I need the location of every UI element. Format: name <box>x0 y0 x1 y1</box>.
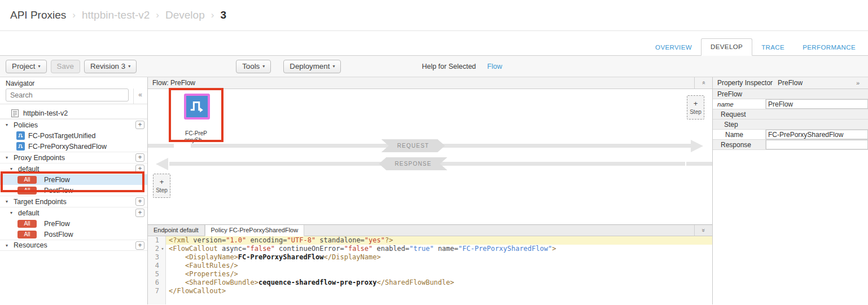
caret-down-icon: ▾ <box>6 199 10 204</box>
breadcrumb-develop[interactable]: Develop <box>165 9 205 21</box>
step-name-value-field[interactable]: FC-PrePorxySharedFlow <box>766 130 868 139</box>
add-step-button-request[interactable]: + Step <box>687 95 704 120</box>
tree-item-proxy-default[interactable]: ▾ default + <box>0 163 147 174</box>
flow-node-label: FC-PreP orxySh ... <box>169 130 223 144</box>
request-arrowhead-icon <box>691 140 703 152</box>
all-badge: All <box>17 187 37 195</box>
tree-item-bundle[interactable]: httpbin-test-v2 <box>0 108 147 119</box>
tools-menu-button[interactable]: Tools ▾ <box>236 60 271 73</box>
help-flow-link[interactable]: Flow <box>487 63 502 70</box>
tab-trace[interactable]: TRACE <box>752 39 794 56</box>
code-line[interactable]: 7</FlowCallout> <box>148 287 712 295</box>
code-line[interactable]: 3 <DisplayName>FC-PrePorxySharedFlow</Di… <box>148 253 712 262</box>
search-input[interactable] <box>6 89 129 101</box>
breadcrumb: API Proxies › httpbin-test-v2 › Develop … <box>0 0 868 31</box>
code-fold-icon[interactable]: ▾ <box>159 245 166 253</box>
step-label: Step <box>690 109 702 115</box>
add-resource-button[interactable]: + <box>135 241 144 250</box>
proxy-endpoints-label: Proxy Endpoints <box>14 154 65 162</box>
tab-overview[interactable]: OVERVIEW <box>646 39 701 56</box>
navigator-search-row: « <box>0 89 147 104</box>
sidebar-collapse-icon[interactable]: « <box>133 89 147 104</box>
caret-down-icon: ▾ <box>38 64 40 69</box>
caret-down-icon: ▾ <box>6 155 10 160</box>
revision-menu-button[interactable]: Revision 3 ▾ <box>84 60 137 73</box>
property-inspector-header: Property Inspector PreFlow » <box>713 77 868 89</box>
breadcrumb-revision: 3 <box>220 9 226 21</box>
property-inspector-collapse-icon[interactable]: » <box>849 77 867 89</box>
response-value-field[interactable] <box>766 140 868 149</box>
breadcrumb-proxy-name[interactable]: httpbin-test-v2 <box>82 9 150 21</box>
tree-item-proxy-postflow[interactable]: All PostFlow <box>0 185 147 196</box>
tree-item-policy[interactable]: FC-PostTargetUnified <box>0 130 147 141</box>
code-fold-spacer <box>159 262 166 270</box>
name-value-field[interactable]: PreFlow <box>766 99 868 109</box>
flow-collapse-icon[interactable]: » <box>694 77 712 89</box>
tab-performance[interactable]: PERFORMANCE <box>794 39 865 56</box>
code-tab-policy[interactable]: Policy FC-PrePorxySharedFlow <box>205 225 305 236</box>
request-section-label: Request <box>713 110 746 118</box>
request-badge: REQUEST <box>382 139 445 152</box>
code-fold-spacer <box>159 253 166 262</box>
tree-item-policy[interactable]: FC-PrePorxySharedFlow <box>0 141 147 152</box>
tree-section-policies[interactable]: ▾ Policies + <box>0 119 147 130</box>
add-proxy-endpoint-button[interactable]: + <box>135 153 144 162</box>
tab-develop[interactable]: DEVELOP <box>701 38 752 56</box>
add-target-endpoint-button[interactable]: + <box>135 197 144 206</box>
request-flow-line-stub <box>148 144 174 148</box>
code-tab-bar: Endpoint default Policy FC-PrePorxyShare… <box>148 225 712 236</box>
save-button[interactable]: Save <box>51 60 80 73</box>
code-expand-icon[interactable]: » <box>694 225 712 236</box>
caret-down-icon: ▾ <box>332 64 335 69</box>
add-flow-button[interactable]: + <box>135 209 144 217</box>
flow-callout-policy-icon <box>16 142 25 151</box>
code-line[interactable]: 2▾<FlowCallout async="false" continueOnE… <box>148 245 712 253</box>
breadcrumb-separator-icon: › <box>205 10 221 21</box>
postflow-label: PostFlow <box>44 187 73 195</box>
name-key-label: name <box>713 99 766 109</box>
tree-item-target-postflow[interactable]: All PostFlow <box>0 229 147 240</box>
help-for-selected-label: Help for Selected <box>422 63 476 70</box>
code-body[interactable]: 1<?xml version="1.0" encoding="UTF-8" st… <box>148 236 712 304</box>
property-row-step-name: Name FC-PrePorxySharedFlow <box>713 130 868 140</box>
tree-item-proxy-preflow[interactable]: All PreFlow <box>0 174 147 185</box>
code-line[interactable]: 4 <FaultRules/> <box>148 262 712 270</box>
add-flow-button[interactable]: + <box>135 165 144 173</box>
response-badge: RESPONSE <box>379 157 447 170</box>
postflow-label: PostFlow <box>44 231 73 238</box>
tree-section-proxy-endpoints[interactable]: ▾ Proxy Endpoints + <box>0 152 147 163</box>
add-step-button-response[interactable]: + Step <box>153 174 170 198</box>
deployment-menu-button[interactable]: Deployment ▾ <box>283 60 341 73</box>
code-fold-spacer <box>159 279 166 287</box>
breadcrumb-api-proxies[interactable]: API Proxies <box>10 9 66 21</box>
property-section-request: Request <box>713 109 868 120</box>
flow-header: Flow: PreFlow » <box>148 77 712 89</box>
caret-down-icon: ▾ <box>6 243 10 248</box>
flow-canvas: FC-PreP orxySh ... + Step REQUEST RESPON… <box>148 89 712 225</box>
step-section-label: Step <box>713 121 738 129</box>
code-line[interactable]: 6 <SharedFlowBundle>cequence-sharedflow-… <box>148 279 712 287</box>
flow-callout-node[interactable] <box>184 94 210 120</box>
property-inspector-panel: Property Inspector PreFlow » PreFlow nam… <box>713 77 868 304</box>
code-line[interactable]: 1<?xml version="1.0" encoding="UTF-8" st… <box>148 236 712 245</box>
all-badge: All <box>17 176 37 184</box>
tree-item-target-default[interactable]: ▾ default + <box>0 207 147 218</box>
tree-item-target-preflow[interactable]: All PreFlow <box>0 218 147 229</box>
revision-label: Revision 3 <box>90 62 125 70</box>
property-row-response: Response <box>713 140 868 150</box>
page-tab-strip: OVERVIEW DEVELOP TRACE PERFORMANCE <box>0 31 868 56</box>
code-tab-endpoint[interactable]: Endpoint default <box>148 225 205 236</box>
tree-section-target-endpoints[interactable]: ▾ Target Endpoints + <box>0 196 147 207</box>
policies-label: Policies <box>14 121 38 129</box>
preflow-label: PreFlow <box>44 220 70 228</box>
add-policy-button[interactable]: + <box>135 121 144 129</box>
deployment-label: Deployment <box>290 62 330 70</box>
code-line[interactable]: 5 <Properties/> <box>148 270 712 279</box>
all-badge: All <box>17 220 37 228</box>
tree-section-resources[interactable]: ▾ Resources + <box>0 240 147 251</box>
project-menu-button[interactable]: Project ▾ <box>6 60 47 73</box>
caret-down-icon: ▾ <box>6 122 10 127</box>
bundle-label: httpbin-test-v2 <box>23 109 68 117</box>
navigator-title: Navigator <box>0 77 147 89</box>
flow-callout-policy-icon <box>16 131 25 140</box>
